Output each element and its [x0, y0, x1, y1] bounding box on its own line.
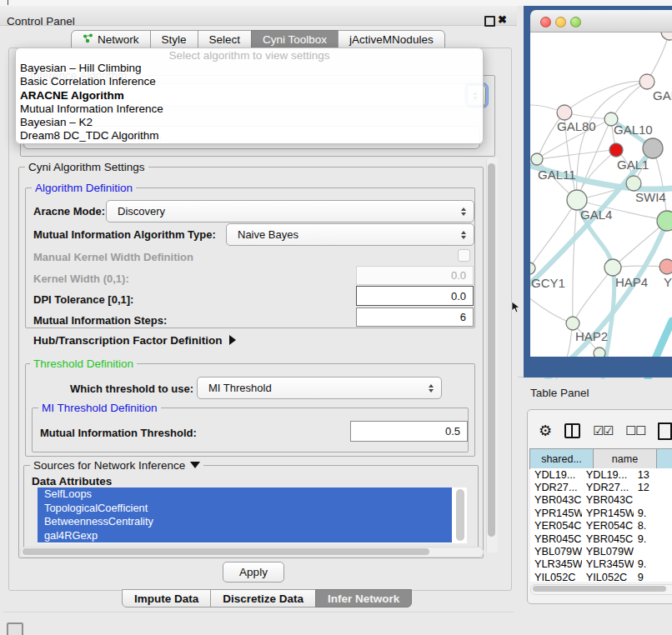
network-node-gal1[interactable] — [626, 176, 641, 191]
unchecked-columns-icon[interactable]: ☐☐ — [625, 424, 645, 438]
table-row[interactable]: YLR345WYLR345W9. — [530, 558, 672, 571]
tab-style[interactable]: Style — [150, 30, 198, 48]
split-columns-icon[interactable] — [564, 423, 580, 438]
table-row[interactable]: YBR043CYBR043C — [530, 494, 672, 507]
network-node-hap4[interactable] — [604, 259, 621, 276]
column-header-name[interactable]: name — [593, 448, 657, 469]
tab-discretize-data[interactable]: Discretize Data — [210, 589, 316, 608]
list-vertical-scrollbar[interactable] — [456, 489, 464, 541]
algorithm-option-basic-correlation-inference[interactable]: Basic Correlation Inference — [16, 75, 483, 88]
network-node-gal80[interactable] — [557, 105, 572, 120]
dpi-tolerance-input[interactable]: 0.0 — [356, 286, 474, 306]
kernel-width-input[interactable]: 0.0 — [356, 266, 474, 285]
network-edge — [573, 268, 613, 323]
panel-bottom-edge — [3, 612, 514, 612]
algorithm-option-bayesian-k2[interactable]: Bayesian – K2 — [16, 116, 483, 129]
algorithm-option-aracne-algorithm[interactable]: ARACNE Algorithm — [16, 89, 483, 102]
column-header-shared-[interactable]: shared... — [529, 448, 594, 469]
algorithm-option-bayesian-hill-climbing[interactable]: Bayesian – Hill Climbing — [16, 62, 483, 75]
manual-kernel-width-checkbox[interactable] — [458, 249, 470, 262]
hub-definition-toggle[interactable]: Hub/Transcription Factor Definition — [33, 334, 236, 347]
settings-gear-icon[interactable]: ⚙ — [539, 422, 552, 440]
attribute-item-betweennesscentrality[interactable]: BetweennessCentrality — [38, 515, 452, 529]
attribute-item-selfloops[interactable]: SelfLoops — [38, 488, 452, 502]
mi-steps-value: 6 — [460, 311, 466, 323]
network-window-titlebar[interactable] — [530, 10, 672, 32]
tab-label: Cyni Toolbox — [263, 33, 327, 46]
algorithm-option-mutual-information-inference[interactable]: Mutual Information Inference — [16, 102, 483, 116]
collapse-down-icon — [190, 462, 200, 468]
minimize-window-icon[interactable] — [555, 17, 566, 28]
tab-label: Discretize Data — [223, 592, 303, 605]
attribute-item-topologicalcoefficient[interactable]: TopologicalCoefficient — [38, 502, 452, 516]
table-cell: YLR345W — [530, 558, 582, 570]
tab-select[interactable]: Select — [198, 30, 253, 48]
table-cell: YBL079W — [582, 546, 634, 558]
tab-network[interactable]: Network — [71, 30, 151, 48]
horizontal-scroll-thumb[interactable] — [23, 548, 429, 555]
data-attributes-list[interactable]: SelfLoopsTopologicalCoefficientBetweenne… — [38, 488, 467, 543]
column-header-a[interactable]: A — [656, 448, 672, 469]
screenshot-root: Control Panel ✖ NetworkStyleSelectCyni T… — [0, 0, 672, 635]
table-cell: YPR145W — [530, 508, 582, 519]
table-cell: YDR27... — [530, 482, 582, 493]
aracne-mode-combo[interactable]: Discovery — [106, 200, 474, 222]
apply-button-label: Apply — [239, 566, 268, 578]
table-scroll-thumb[interactable] — [533, 586, 666, 592]
network-node-swi4[interactable] — [657, 211, 672, 231]
apply-button[interactable]: Apply — [223, 562, 284, 582]
data-attributes-label: Data Attributes — [32, 475, 112, 488]
attribute-item-gal4rgexp[interactable]: gal4RGexp — [38, 529, 452, 543]
mi-steps-input[interactable]: 6 — [356, 308, 474, 327]
network-node[interactable] — [643, 138, 663, 158]
network-node-gal11[interactable] — [531, 153, 543, 165]
panel-title: Control Panel — [7, 15, 75, 28]
expand-right-icon — [229, 335, 236, 345]
table-row[interactable]: YDR27...YDR27...12 — [530, 481, 672, 493]
vertical-scroll-thumb[interactable] — [488, 163, 495, 537]
close-window-icon[interactable] — [540, 17, 551, 28]
node-label: GAL1 — [617, 158, 649, 172]
zoom-window-icon[interactable] — [570, 17, 581, 28]
node-label: HAP4 — [615, 275, 648, 289]
table-row[interactable]: YBL079WYBL079W — [530, 545, 672, 558]
popup-item-list: Bayesian – Hill ClimbingBasic Correlatio… — [16, 62, 483, 143]
table-row[interactable]: YDL19...YDL19...13 — [530, 468, 672, 481]
cyni-algorithm-settings-title: Cyni Algorithm Settings — [25, 161, 148, 173]
table-row[interactable]: YER054CYER054C8. — [530, 520, 672, 532]
mouse-cursor — [511, 301, 521, 313]
kernel-width-value: 0.0 — [451, 269, 466, 282]
network-node[interactable] — [609, 143, 623, 157]
table-cell: 12 — [634, 482, 672, 493]
sources-group-title[interactable]: Sources for Network Inference — [30, 459, 203, 472]
network-node-y[interactable] — [659, 259, 672, 274]
mi-algorithm-type-value: Naive Bayes — [227, 228, 456, 241]
checked-columns-icon[interactable]: ☑☑ — [593, 424, 613, 438]
node-label: GAL80 — [557, 119, 596, 133]
create-table-icon[interactable] — [658, 422, 672, 440]
algorithm-option-dream8-dc-tdc-algorithm[interactable]: Dream8 DC_TDC Algorithm — [16, 129, 483, 142]
aracne-mode-label: Aracne Mode: — [33, 205, 105, 218]
network-node-hap2[interactable] — [566, 317, 579, 330]
mi-threshold-input[interactable]: 0.5 — [350, 421, 468, 442]
close-panel-icon[interactable]: ✖ — [498, 13, 507, 26]
table-cell: YIL052C — [582, 572, 634, 582]
tab-infer-network[interactable]: Infer Network — [315, 589, 412, 608]
mi-algorithm-type-combo[interactable]: Naive Bayes — [226, 223, 474, 246]
network-edge — [573, 200, 577, 323]
table-row[interactable]: YIL052CYIL052C9 — [530, 571, 672, 582]
table-row[interactable]: YBR045CYBR045C9. — [530, 532, 672, 545]
table-row[interactable]: YPR145WYPR145W9. — [530, 507, 672, 519]
node-label: GAL10 — [614, 122, 653, 137]
control-panel-titlebar: Control Panel ✖ — [0, 6, 517, 26]
tab-cyni-toolbox[interactable]: Cyni Toolbox — [251, 30, 339, 48]
network-node-gal[interactable] — [639, 74, 654, 89]
float-window-icon[interactable] — [484, 16, 495, 27]
tab-label: jActiveMNodules — [349, 33, 434, 46]
minimized-panel-icon[interactable] — [7, 622, 23, 635]
tab-jactivemnodules[interactable]: jActiveMNodules — [338, 30, 445, 48]
network-graph[interactable]: GALGAL80GAL10GAL1GAL11GAL4SWI4GCY1HAP4YH… — [524, 0, 672, 379]
which-threshold-combo[interactable]: MI Threshold — [197, 377, 442, 399]
tab-impute-data[interactable]: Impute Data — [122, 589, 211, 608]
popup-hint: Select algorithm to view settings — [16, 48, 483, 62]
